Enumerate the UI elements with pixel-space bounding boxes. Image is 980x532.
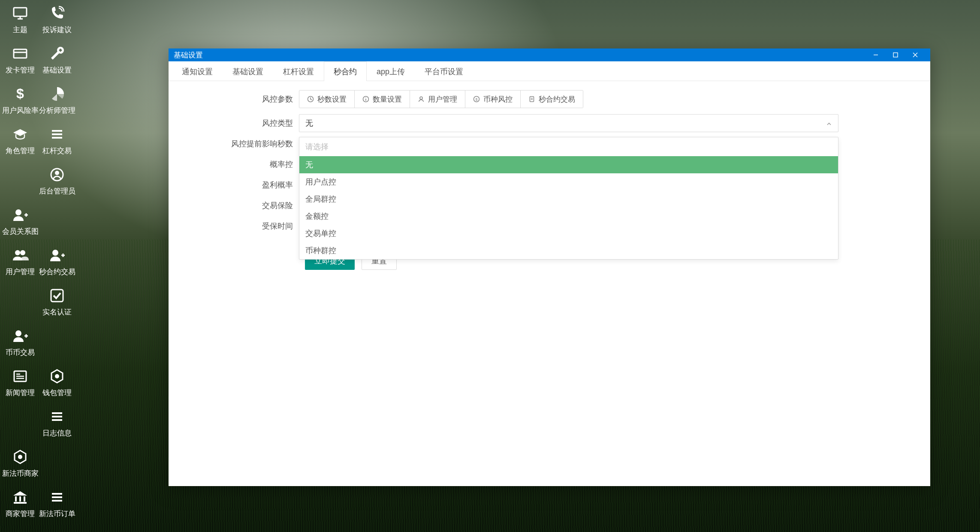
desktop-icon-用户风险率[interactable]: $用户风险率 [2,82,39,123]
radio-币种风控[interactable]: $币种风控 [465,91,521,108]
desktop-icon-分析师管理[interactable]: 分析师管理 [39,82,75,123]
userhead-icon [48,166,66,184]
desktop-icon-投诉建议[interactable]: 投诉建议 [39,2,75,42]
desktop-icon-label: 发卡管理 [6,65,35,75]
desktop-icon-主题[interactable]: 主题 [2,2,39,42]
desktop-icon-label: 分析师管理 [39,106,75,115]
list-icon [48,408,66,426]
desktop-icon-新法币商家[interactable]: 新法币商家 [2,445,39,486]
radio-label: 用户管理 [428,94,457,104]
desktop-icon-实名认证[interactable]: 实名认证 [39,284,75,324]
userplus-icon [11,327,29,345]
desktop-icon-后台管理员[interactable]: 后台管理员 [39,163,75,203]
radio-用户管理[interactable]: 用户管理 [410,91,465,108]
risk-param-radio-group: 秒数设置数量设置用户管理$币种风控秒合约交易 [299,90,583,108]
minimize-button[interactable] [866,48,886,61]
dollarcircle-icon: $ [473,96,480,103]
risk-type-select[interactable]: 无 [299,114,838,132]
phone-icon [48,4,66,22]
svg-point-14 [15,250,20,255]
hex-icon [11,448,29,466]
dropdown-placeholder: 请选择 [299,137,838,156]
tab-基础设置[interactable]: 基础设置 [223,61,273,81]
desktop-icon-杠杆交易[interactable]: 杠杆交易 [39,123,75,163]
svg-rect-53 [893,53,898,57]
desktop-icon-新闻管理[interactable]: 新闻管理 [2,365,39,405]
svg-point-15 [20,250,25,255]
radio-数量设置[interactable]: 数量设置 [355,91,410,108]
chevron-up-icon [826,120,832,126]
btc-icon: ₿ [48,529,66,532]
svg-rect-36 [19,496,21,502]
svg-rect-3 [14,49,27,58]
svg-point-16 [52,250,58,256]
list-icon [48,488,66,506]
desktop-icon-角色管理[interactable]: 角色管理 [2,123,39,163]
desktop-icon-label: 杠杆交易 [42,146,72,156]
desktop-icon-发卡管理[interactable]: 发卡管理 [2,42,39,82]
desktop-icon-label: 用户风险率 [2,106,39,115]
radio-秒数设置[interactable]: 秒数设置 [299,91,355,108]
svg-point-60 [420,97,422,100]
dropdown-option-币种群控[interactable]: 币种群控 [299,242,838,259]
info-icon [362,96,369,103]
dropdown-option-无[interactable]: 无 [299,156,838,173]
close-button[interactable] [905,48,925,61]
svg-point-59 [365,97,366,98]
tab-杠杆设置[interactable]: 杠杆设置 [273,61,324,81]
dropdown-option-全局群控[interactable]: 全局群控 [299,190,838,208]
svg-point-33 [18,455,22,459]
dropdown-option-用户点控[interactable]: 用户点控 [299,173,838,190]
svg-text:₿: ₿ [54,530,60,532]
label-prob-ctrl: 概率控 [179,159,299,169]
svg-rect-19 [51,290,63,302]
window-controls [866,48,925,61]
desktop-icon-label: 秒合约交易 [39,267,75,277]
tab-bar: 通知设置基础设置杠杆设置秒合约app上传平台币设置 [169,61,930,81]
desktop-icon-label: 日志信息 [42,428,72,438]
risk-type-dropdown[interactable]: 请选择无用户点控全局群控金额控交易单控币种群控 [299,137,838,260]
doc-icon [528,96,535,103]
desktop-icon-基础设置[interactable]: 基础设置 [39,42,75,82]
maximize-button[interactable] [886,48,905,61]
svg-marker-34 [13,491,27,496]
tab-平台币设置[interactable]: 平台币设置 [415,61,473,81]
news-icon [11,367,29,385]
svg-rect-37 [24,496,25,502]
desktop-icon-币种管理[interactable]: ₿币种管理 [39,526,75,532]
hex-icon [48,367,66,385]
desktop-icon-label: 实名认证 [42,307,72,317]
desktop-icon-商家管理[interactable]: 商家管理 [2,486,39,526]
pie-icon [48,85,66,103]
desktop-icon-用户管理[interactable]: 用户管理 [2,244,39,284]
tab-app上传[interactable]: app上传 [367,61,415,81]
risk-type-value: 无 [305,118,313,128]
desktop-icon-label: 用户管理 [6,267,35,277]
svg-rect-0 [14,8,27,16]
desktop-icon-币币交易[interactable]: 币币交易 [2,324,39,365]
radio-秒合约交易[interactable]: 秒合约交易 [521,91,583,108]
tab-秒合约[interactable]: 秒合约 [324,61,367,81]
titlebar[interactable]: 基础设置 [169,48,930,61]
desktop-icon-label: 新法币商家 [2,469,39,478]
desktop-icon-秒合约交易[interactable]: 秒合约交易 [39,244,75,284]
desktop-icon-新法币订单[interactable]: 新法币订单 [39,486,75,526]
bank-icon [11,488,29,506]
radio-label: 币种风控 [483,94,513,104]
userplus-icon [48,246,66,264]
svg-rect-35 [15,496,17,502]
users-icon [11,246,29,264]
label-risk-params: 风控参数 [179,94,299,104]
desktop-icon-日志信息[interactable]: 日志信息 [39,405,75,445]
svg-rect-38 [14,502,27,504]
desktop-icon-label: 新法币订单 [39,509,75,519]
card-icon [11,45,29,63]
label-insurance: 交易保险 [179,200,299,211]
desktop-icon-钱包管理[interactable]: 钱包管理 [39,365,75,405]
svg-point-20 [15,330,21,336]
dropdown-option-金额控[interactable]: 金额控 [299,208,838,225]
tab-通知设置[interactable]: 通知设置 [172,61,223,81]
desktop-icon-label: 投诉建议 [42,25,72,35]
dropdown-option-交易单控[interactable]: 交易单控 [299,225,838,242]
desktop-icon-会员关系图[interactable]: 会员关系图 [2,203,39,244]
